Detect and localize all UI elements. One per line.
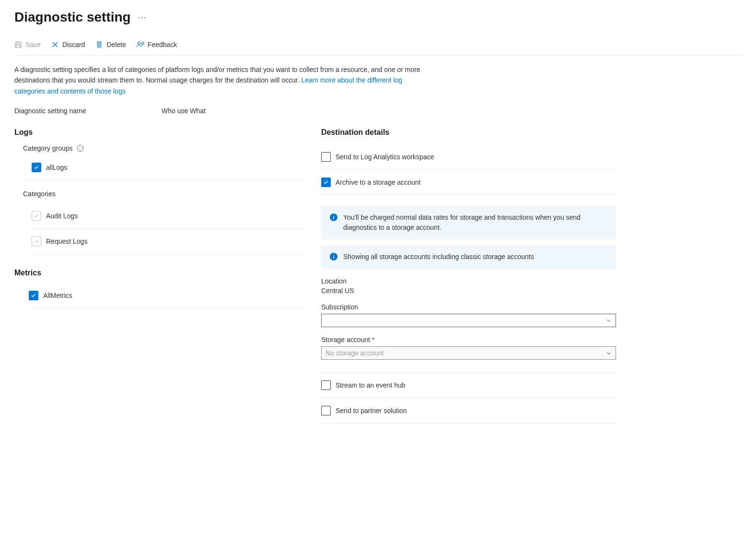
feedback-label: Feedback	[148, 41, 177, 48]
name-row: Diagnostic setting name Who use What	[14, 107, 742, 115]
alllogs-row: allLogs	[32, 158, 307, 177]
subscription-label: Subscription	[321, 303, 616, 311]
feedback-button[interactable]: Feedback	[137, 41, 177, 48]
info-icon: i	[330, 213, 337, 221]
delete-label: Delete	[106, 41, 126, 48]
partner-solution-row: Send to partner solution	[321, 398, 616, 424]
setting-name-value: Who use What	[162, 107, 206, 115]
category-groups-label: Category groups i	[23, 144, 307, 152]
check-icon	[34, 238, 39, 244]
location-value: Central US	[321, 287, 616, 295]
archive-storage-label: Archive to a storage account	[336, 178, 420, 186]
toolbar: Save Discard Delete Feedback	[14, 37, 742, 56]
info-banner-charges: i You'll be charged normal data rates fo…	[321, 206, 616, 239]
log-analytics-label: Send to Log Analytics workspace	[336, 153, 434, 161]
check-icon	[34, 213, 39, 219]
audit-logs-checkbox	[32, 211, 41, 221]
partner-solution-label: Send to partner solution	[336, 407, 407, 414]
alllogs-checkbox[interactable]	[32, 163, 41, 172]
discard-icon	[51, 41, 59, 48]
categories-label: Categories	[23, 190, 307, 198]
storage-account-label-text: Storage account	[321, 336, 370, 343]
save-label: Save	[25, 41, 41, 48]
archive-storage-checkbox[interactable]	[321, 177, 331, 187]
archive-storage-row: Archive to a storage account	[321, 170, 616, 195]
allmetrics-label: AllMetrics	[43, 292, 72, 299]
event-hub-label: Stream to an event hub	[336, 381, 406, 389]
info-banner-text-1: You'll be charged normal data rates for …	[343, 213, 607, 233]
destinations-heading: Destination details	[321, 128, 616, 137]
location-label: Location	[321, 277, 616, 285]
save-icon	[14, 41, 22, 48]
discard-label: Discard	[62, 41, 85, 48]
chevron-down-icon	[606, 350, 612, 356]
info-banner-storage: i Showing all storage accounts including…	[321, 245, 616, 269]
audit-logs-label: Audit Logs	[46, 212, 78, 220]
more-icon[interactable]: ···	[138, 12, 147, 23]
description: A diagnostic setting specifies a list of…	[14, 64, 422, 96]
delete-button[interactable]: Delete	[95, 41, 126, 48]
subscription-select[interactable]	[321, 314, 616, 327]
page-title: Diagnostic setting	[14, 10, 131, 25]
chevron-down-icon	[606, 318, 612, 323]
required-indicator: *	[372, 336, 374, 343]
check-icon	[323, 179, 329, 185]
logs-heading: Logs	[14, 128, 307, 137]
storage-account-select[interactable]: No storage account	[321, 346, 616, 360]
event-hub-checkbox[interactable]	[321, 380, 331, 390]
request-logs-row: Request Logs	[32, 229, 307, 254]
info-icon: i	[330, 253, 337, 260]
storage-account-placeholder: No storage account	[326, 349, 384, 357]
discard-button[interactable]: Discard	[51, 41, 85, 48]
request-logs-label: Request Logs	[46, 237, 87, 245]
feedback-icon	[137, 41, 144, 48]
partner-solution-checkbox[interactable]	[321, 406, 331, 415]
log-analytics-checkbox[interactable]	[321, 152, 331, 162]
storage-account-label: Storage account *	[321, 336, 616, 343]
log-analytics-row: Send to Log Analytics workspace	[321, 144, 616, 170]
request-logs-checkbox	[32, 237, 41, 246]
delete-icon	[95, 41, 103, 48]
check-icon	[31, 293, 36, 298]
check-icon	[34, 165, 39, 170]
event-hub-row: Stream to an event hub	[321, 373, 616, 398]
audit-logs-row: Audit Logs	[32, 203, 307, 229]
save-button: Save	[14, 41, 41, 48]
allmetrics-checkbox[interactable]	[29, 291, 38, 300]
category-groups-text: Category groups	[23, 144, 73, 152]
alllogs-label: allLogs	[46, 164, 67, 171]
allmetrics-row: AllMetrics	[29, 285, 307, 308]
metrics-heading: Metrics	[14, 269, 307, 277]
info-banner-text-2: Showing all storage accounts including c…	[343, 252, 534, 262]
svg-point-0	[138, 42, 140, 45]
setting-name-label: Diagnostic setting name	[14, 107, 162, 115]
info-icon[interactable]: i	[77, 145, 83, 152]
